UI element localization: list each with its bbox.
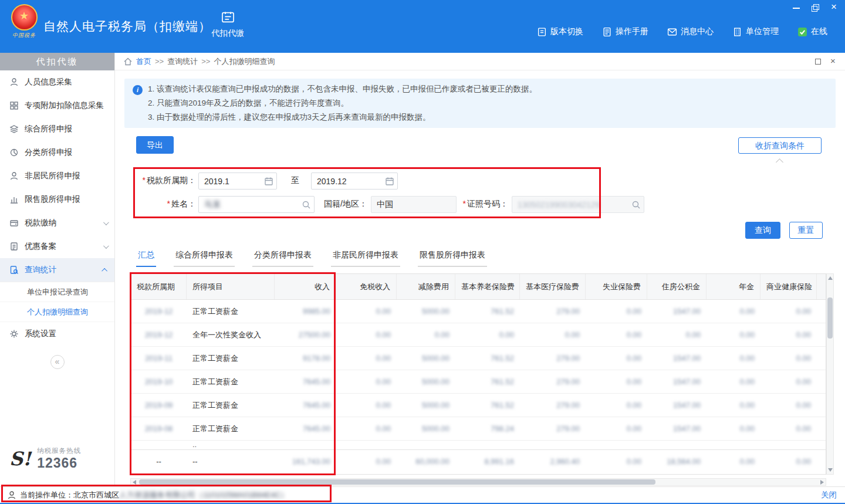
table-row[interactable]: 2019-11正常工资薪金9178.000.005000.00761.52279… <box>131 347 826 370</box>
tab-非居民所得申报表[interactable]: 非居民所得申报表 <box>331 250 400 267</box>
status-bar: 当前操作单位：北京市西城区人力资源服务有限公司（1101025MA01B84E4… <box>0 486 845 503</box>
nationality-input[interactable]: 中国 <box>371 196 457 213</box>
notice-box: i 1. 该查询统计表仅能查询已申报成功的数据，不包含未申报、申报失败，已申报但… <box>124 79 836 128</box>
sidebar-menu: 人员信息采集专项附加扣除信息采集综合所得申报分类所得申报非居民所得申报限售股所得… <box>0 70 114 346</box>
sidebar-item[interactable]: 查询统计 <box>0 258 114 282</box>
sidebar-item[interactable]: 人员信息采集 <box>0 70 114 94</box>
query-button[interactable]: 查询 <box>745 222 780 239</box>
table-row[interactable]: 2019-12全年一次性奖金收入27500.000.000.000.000.00… <box>131 323 826 347</box>
chevron-down-icon <box>103 243 109 249</box>
cell: 0.00 <box>586 323 647 346</box>
header-nav-label: 单位管理 <box>746 26 779 37</box>
header-nav-online[interactable]: 在线 <box>797 26 827 37</box>
period-row: *税款所属期： 2019.1 至 2019.12 <box>115 172 845 190</box>
online-icon <box>797 27 807 37</box>
sidebar-item[interactable]: 税款缴纳 <box>0 211 114 235</box>
sidebar-item[interactable]: 系统设置 <box>0 322 114 346</box>
header-nav-manual[interactable]: 操作手册 <box>602 26 648 37</box>
header-nav-version[interactable]: 版本切换 <box>537 26 583 37</box>
column-header: 基本医疗保险费 <box>520 274 586 299</box>
calendar-icon[interactable] <box>385 177 394 186</box>
cell: 9985.00 <box>275 300 336 323</box>
sidebar-subitem[interactable]: 个人扣缴明细查询 <box>0 302 114 322</box>
nationality-value: 中国 <box>377 199 393 210</box>
table-row[interactable]: 2019-08正常工资薪金7645.000.005000.00798.24279… <box>131 417 826 441</box>
table-row[interactable]: ----161,743.000.0060,000.008,991.162,960… <box>131 449 826 473</box>
vertical-scrollbar[interactable] <box>826 273 834 475</box>
cell <box>275 441 336 449</box>
module-tab-withholding[interactable]: 代扣代缴 <box>203 9 252 39</box>
required-asterisk: * <box>167 199 170 208</box>
home-icon[interactable] <box>123 57 133 66</box>
header-nav-unit[interactable]: 单位管理 <box>732 26 779 37</box>
scroll-right-icon[interactable] <box>820 480 824 485</box>
cell: 0.00 <box>586 417 647 440</box>
tab-分类所得申报表[interactable]: 分类所得申报表 <box>252 250 313 267</box>
calendar-icon[interactable] <box>264 177 273 186</box>
cell: 0.00 <box>760 394 817 417</box>
minimize-icon[interactable] <box>792 4 800 12</box>
sidebar-item[interactable]: 优惠备案 <box>0 235 114 258</box>
period-start-input[interactable]: 2019.1 <box>198 172 277 190</box>
horizontal-scroll-thumb[interactable] <box>139 479 655 485</box>
cell: 0.00 <box>586 347 647 370</box>
tab-限售股所得申报表[interactable]: 限售股所得申报表 <box>418 250 487 267</box>
person-outline-icon <box>9 171 19 181</box>
cell <box>817 441 826 449</box>
deduction-list-icon <box>9 101 19 110</box>
sidebar-item[interactable]: 综合所得申报 <box>0 117 114 141</box>
cell: 1547.00 <box>647 417 707 440</box>
table-row[interactable]: 2019-09正常工资薪金7645.000.005000.00761.52279… <box>131 394 826 417</box>
tab-综合所得申报表[interactable]: 综合所得申报表 <box>174 250 235 267</box>
sidebar-item-label: 专项附加扣除信息采集 <box>25 100 104 111</box>
scroll-up-icon[interactable] <box>828 276 833 280</box>
cell: 0.00 <box>336 300 397 323</box>
reset-button[interactable]: 重置 <box>789 222 823 239</box>
panel-close-icon[interactable] <box>830 58 837 65</box>
table-row[interactable]: 2019-12正常工资薪金9985.000.005000.00761.52279… <box>131 300 826 323</box>
sidebar-item[interactable]: 非居民所得申报 <box>0 164 114 188</box>
restore-icon[interactable] <box>811 4 819 12</box>
cell: 161,743.00 <box>275 450 336 473</box>
cell: 5000.00 <box>397 417 455 440</box>
table-row[interactable]: 2019-10正常工资薪金7645.000.005000.00761.52279… <box>131 370 826 394</box>
cell: 7645.00 <box>275 394 336 417</box>
sidebar-item[interactable]: 分类所得申报 <box>0 141 114 164</box>
sidebar-item[interactable]: 限售股所得申报 <box>0 188 114 211</box>
horizontal-scrollbar[interactable] <box>130 478 826 486</box>
breadcrumb-item[interactable]: 查询统计 <box>167 56 198 67</box>
collapse-query-button[interactable]: 收折查询条件 <box>738 137 822 154</box>
close-icon[interactable] <box>830 4 838 12</box>
cell: 279.00 <box>520 394 586 417</box>
name-input[interactable]: 马某 <box>198 196 315 213</box>
period-end-input[interactable]: 2019.12 <box>311 172 398 190</box>
table-row[interactable]: .. <box>131 441 826 449</box>
cell: 0.00 <box>586 450 647 473</box>
breadcrumb-trail: 首页>>查询统计>>个人扣缴明细查询 <box>136 56 275 67</box>
id-number-value: 130502199003042129 <box>518 200 600 209</box>
id-number-input[interactable]: 130502199003042129 <box>512 196 644 213</box>
cell: 5000.00 <box>397 370 455 393</box>
breadcrumb-item[interactable]: 个人扣缴明细查询 <box>214 56 275 67</box>
cell: 0.00 <box>707 394 760 417</box>
cell: 0.00 <box>760 370 817 393</box>
breadcrumb-item[interactable]: 首页 <box>136 56 151 67</box>
pie-icon <box>9 148 19 157</box>
tab-汇总[interactable]: 汇总 <box>136 250 156 267</box>
header-nav-message[interactable]: 消息中心 <box>667 26 714 37</box>
cell: 1547.00 <box>647 394 707 417</box>
search-icon[interactable] <box>631 200 641 209</box>
sidebar-item[interactable]: 专项附加扣除信息采集 <box>0 94 114 117</box>
panel-maximize-icon[interactable] <box>814 58 822 65</box>
close-link[interactable]: 关闭 <box>821 490 837 500</box>
chevron-up-icon <box>776 158 783 166</box>
sidebar-item-label: 人员信息采集 <box>25 77 72 87</box>
scroll-down-icon[interactable] <box>828 468 833 472</box>
export-button[interactable]: 导出 <box>136 136 174 154</box>
to-label: 至 <box>291 175 299 186</box>
sidebar-subitem[interactable]: 单位申报记录查询 <box>0 282 114 302</box>
scroll-left-icon[interactable] <box>133 480 136 485</box>
vertical-scroll-thumb[interactable] <box>827 297 833 339</box>
sidebar-collapse-button[interactable]: « <box>50 355 65 369</box>
app-window: 中国税务 自然人电子税务局（扣缴端） 代扣代缴 版本切换操作手册消息中心单位管理… <box>0 0 845 504</box>
